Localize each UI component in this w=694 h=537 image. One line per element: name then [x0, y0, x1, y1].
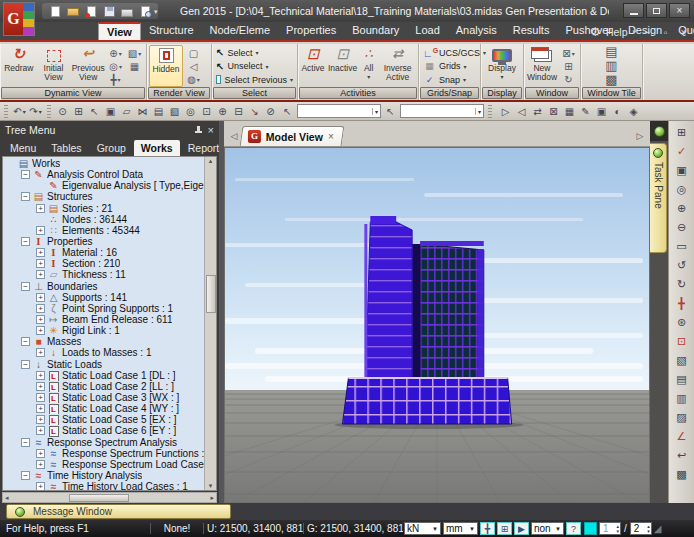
tree-toggle[interactable]: +	[36, 460, 45, 469]
tab-scroll-right-icon[interactable]: ▷	[633, 126, 647, 146]
tree-item[interactable]: + Thickness : 11	[3, 269, 204, 280]
toolbar-button[interactable]: ⊞	[71, 104, 86, 119]
ribbon-tab[interactable]: View	[98, 22, 141, 40]
tree-toggle[interactable]	[6, 159, 15, 168]
tile-horizontal-icon[interactable]: ▤	[605, 45, 617, 59]
tree-toggle[interactable]: +	[36, 304, 45, 313]
tree-toggle[interactable]: +	[36, 348, 45, 357]
qa-button[interactable]	[84, 5, 98, 18]
ribbon-tab[interactable]: Analysis	[448, 21, 505, 40]
ribbon-tab[interactable]: Results	[505, 21, 558, 40]
float-window-button[interactable]: ⊞	[559, 60, 578, 73]
tree-toggle[interactable]: +	[36, 404, 45, 413]
tree-panel-tab[interactable]: Group	[90, 140, 133, 156]
tree-item[interactable]: + Rigid Link : 1	[3, 325, 204, 336]
tree-item[interactable]: + Response Spectrum Load Cases : 2	[3, 459, 204, 470]
qa-button[interactable]	[48, 5, 62, 18]
panel-title-bar[interactable]: Tree Menu ×	[0, 121, 219, 139]
ribbon-tab[interactable]: Node/Eleme	[202, 21, 279, 40]
type-filter-combo[interactable]: ▾	[400, 104, 484, 118]
tab-close-icon[interactable]: ×	[328, 131, 334, 142]
tree-toggle[interactable]: −	[21, 192, 30, 201]
scroll-left-icon[interactable]: ◂	[5, 494, 9, 502]
model-3d-viewport[interactable]	[224, 147, 650, 503]
toolbar-button[interactable]: ↶▾	[12, 104, 27, 119]
new-window-button[interactable]: New Window	[526, 45, 558, 87]
scroll-thumb[interactable]	[69, 494, 129, 502]
view-orientation-button[interactable]: ▧▾	[125, 47, 144, 60]
pin-icon[interactable]	[194, 125, 203, 135]
tree-item[interactable]: + Section : 210	[3, 258, 204, 269]
tree-item[interactable]: − Boundaries	[3, 281, 204, 292]
force-unit-select[interactable]: kN▼	[404, 522, 441, 535]
toolbar-button[interactable]: ▦	[562, 104, 577, 119]
qa-button[interactable]	[102, 5, 116, 18]
qa-button[interactable]	[120, 5, 134, 18]
toolbar-grip[interactable]	[488, 105, 492, 118]
tree-item[interactable]: − Analysis Control Data	[3, 169, 204, 180]
view-toolbar-button[interactable]: ⊕	[673, 199, 691, 218]
tree-vertical-scrollbar[interactable]: ▴ ▾	[204, 157, 216, 490]
perspective-button[interactable]: ◁	[184, 60, 203, 73]
cascade-windows-icon[interactable]: ▩	[605, 73, 617, 87]
tree-toggle[interactable]: −	[21, 337, 30, 346]
toolbar-grip[interactable]	[4, 105, 8, 118]
resize-grip-icon[interactable]: ◢	[654, 523, 662, 534]
next-window-button[interactable]: ↻	[559, 73, 578, 86]
ucs-gcs-button[interactable]: ∟GUCS/GCS▾	[421, 46, 478, 59]
render-option-button[interactable]: ▦	[125, 60, 144, 73]
view-toolbar-button[interactable]: ▥	[673, 389, 691, 408]
scroll-up-icon[interactable]: ▴	[209, 157, 213, 165]
toolbar-button[interactable]: ✎	[578, 104, 593, 119]
toolbar-button[interactable]: ▤	[151, 104, 166, 119]
view-toolbar-button[interactable]: ╋	[673, 294, 691, 313]
angle-mode-select[interactable]: non▼	[531, 522, 564, 535]
ribbon-restore-button[interactable]: ▫	[659, 27, 672, 38]
tree-item[interactable]: − Static Loads	[3, 359, 204, 370]
tree-item[interactable]: + Beam End Release : 611	[3, 314, 204, 325]
close-window-button[interactable]: ⊠▾	[559, 47, 578, 60]
tree-toggle[interactable]: −	[21, 237, 30, 246]
toolbar-button[interactable]: ◎	[183, 104, 198, 119]
toolbar-button[interactable]: ▣	[594, 104, 609, 119]
scheme-gear-icon[interactable]: ⚙	[590, 25, 601, 39]
highlight-color-swatch[interactable]	[584, 522, 597, 535]
tree-toggle[interactable]: −	[21, 360, 30, 369]
toolbar-button[interactable]: ⊘	[263, 104, 278, 119]
toolbar-button[interactable]: ↷▾	[28, 104, 43, 119]
tree-panel-tab[interactable]: Works	[134, 140, 180, 156]
status-tool-button[interactable]: ⊞	[497, 522, 512, 535]
view-toolbar-button[interactable]: ◎	[673, 180, 691, 199]
tree-toggle[interactable]: +	[36, 204, 45, 213]
tree-item[interactable]: + Static Load Case 5 [EX : ]	[3, 414, 204, 425]
toolbar-button[interactable]: ▱	[119, 104, 134, 119]
pick-cursor-icon[interactable]: ↖	[280, 104, 295, 119]
ribbon-tab[interactable]: Structure	[141, 21, 202, 40]
tree-item[interactable]: Works	[3, 158, 204, 169]
tree-item[interactable]: + Elements : 45344	[3, 225, 204, 236]
view-toolbar-button[interactable]: ↺	[673, 256, 691, 275]
tree-horizontal-scrollbar[interactable]: ◂ ▸	[2, 492, 217, 503]
toolbar-button[interactable]: ⊕	[215, 104, 230, 119]
toolbar-grip[interactable]	[47, 105, 51, 118]
tree-toggle[interactable]	[36, 181, 45, 190]
tree-item[interactable]: Eigenvalue Analysis [ Type,Eigenvectors-…	[3, 180, 204, 191]
tree-toggle[interactable]: −	[21, 282, 30, 291]
tree-item[interactable]: − Time History Analysis	[3, 470, 204, 481]
minimize-button[interactable]	[623, 3, 644, 18]
ribbon-close-button[interactable]: ×	[677, 27, 690, 38]
tree-item[interactable]: + Response Spectrum Functions : 1	[3, 448, 204, 459]
tree-item[interactable]: − Structures	[3, 191, 204, 202]
previous-view-button[interactable]: Previous View	[71, 45, 105, 87]
unselect-button[interactable]: ↖Unselect▾	[214, 60, 295, 73]
grids-button[interactable]: Grids▾	[421, 60, 478, 73]
view-toolbar-button[interactable]: ▩	[673, 465, 691, 484]
toolbar-button[interactable]: ▣	[103, 104, 118, 119]
zoom-tools-button[interactable]: ⊕▾	[106, 47, 125, 60]
view-toolbar-button[interactable]: ▧	[673, 351, 691, 370]
select-button[interactable]: ↖Select▾	[214, 46, 295, 59]
snap-button[interactable]: Snap▾	[421, 73, 478, 86]
toolbar-button[interactable]: ⋈	[135, 104, 150, 119]
context-help-button[interactable]: ?	[566, 522, 581, 535]
restore-button[interactable]	[646, 3, 667, 18]
